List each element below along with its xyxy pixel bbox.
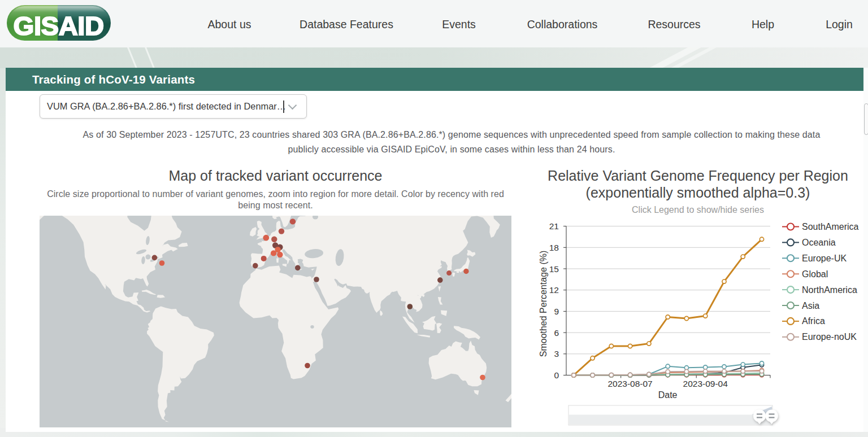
svg-text:Europe-noUK: Europe-noUK [802,332,857,342]
svg-text:GISAID: GISAID [14,12,104,41]
svg-text:Africa: Africa [802,316,825,326]
svg-text:2023-09-04: 2023-09-04 [683,379,728,388]
svg-text:Oceania: Oceania [802,238,836,247]
svg-text:3: 3 [554,349,559,359]
svg-text:6: 6 [554,328,559,338]
svg-text:0: 0 [554,370,559,380]
svg-text:12: 12 [549,285,559,295]
svg-text:Asia: Asia [802,301,819,311]
svg-text:18: 18 [549,243,559,252]
svg-text:SouthAmerica: SouthAmerica [802,222,859,231]
svg-text:21: 21 [549,221,559,231]
svg-text:Smoothed Percentage (%): Smoothed Percentage (%) [539,251,548,357]
svg-text:Global: Global [802,269,828,279]
svg-text:NorthAmerica: NorthAmerica [802,285,857,295]
svg-text:9: 9 [554,307,559,316]
svg-text:Date: Date [658,390,678,400]
svg-text:15: 15 [549,264,559,274]
svg-text:2023-08-07: 2023-08-07 [607,379,652,388]
svg-text:Europe-UK: Europe-UK [802,254,847,263]
